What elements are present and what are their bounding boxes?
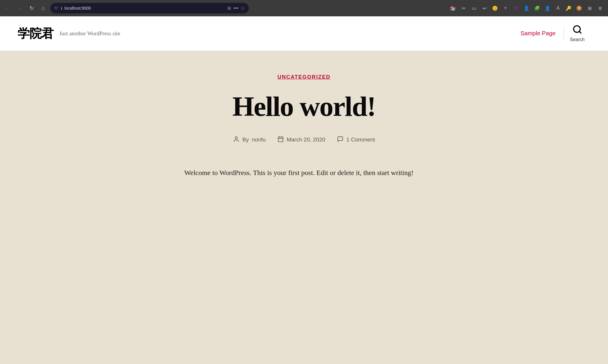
cookie-icon: 🍪 xyxy=(576,6,582,11)
emoji-icon: 😊 xyxy=(492,6,498,11)
bookmark-icon[interactable]: ☆ xyxy=(241,6,245,11)
extensions-icon: 🧩 xyxy=(534,6,540,11)
post-meta: By nonfu March 20, 2020 xyxy=(184,136,424,144)
site-main: UNCATEGORIZED Hello world! By nonfu xyxy=(0,51,608,364)
svg-point-2 xyxy=(235,137,237,139)
svg-rect-3 xyxy=(278,137,283,142)
site-wrapper: 学院君 Just another WordPress site Sample P… xyxy=(0,16,608,364)
home-button[interactable]: ⌂ xyxy=(39,4,48,13)
toolbar-right: 📚 ✂ ▭ ↩ 😊 ▼ N 👤 🧩 👤 A xyxy=(449,4,604,13)
menu-button[interactable]: ≡ xyxy=(596,4,604,13)
reader-button[interactable]: ▭ xyxy=(470,4,478,13)
emoji-button[interactable]: 😊 xyxy=(491,4,499,13)
password-manager-icon: 🔑 xyxy=(566,6,571,11)
cookie-button[interactable]: 🍪 xyxy=(575,4,583,13)
more-options-icon[interactable]: ••• xyxy=(233,6,238,11)
screenshot-icon: ✂ xyxy=(462,6,465,11)
post-body-text: Welcome to WordPress. This is your first… xyxy=(184,167,424,179)
translate-icon: A xyxy=(557,6,560,11)
pocket-icon: ▼ xyxy=(503,6,508,11)
apps-button[interactable]: ⊞ xyxy=(585,4,594,13)
site-tagline: Just another WordPress site xyxy=(59,30,120,37)
post-comments-meta: 1 Comment xyxy=(337,136,375,144)
pocket-button[interactable]: ▼ xyxy=(501,4,510,13)
post-date-meta: March 20, 2020 xyxy=(277,136,325,144)
site-navigation: Sample Page Search xyxy=(512,24,590,42)
password-button[interactable]: 🔑 xyxy=(564,4,573,13)
account-icon: 👤 xyxy=(545,6,550,11)
reload-button[interactable]: ↻ xyxy=(27,4,36,13)
site-header: 学院君 Just another WordPress site Sample P… xyxy=(0,16,608,51)
post-container: UNCATEGORIZED Hello world! By nonfu xyxy=(173,74,435,178)
search-button[interactable]: Search xyxy=(564,24,590,42)
post-content: Welcome to WordPress. This is your first… xyxy=(184,167,424,179)
post-author-meta: By nonfu xyxy=(233,136,266,144)
translate-button[interactable]: A xyxy=(554,4,562,13)
comments-link[interactable]: 1 Comment xyxy=(346,136,375,143)
search-label: Search xyxy=(570,37,585,42)
extensions-button[interactable]: 🧩 xyxy=(533,4,541,13)
site-logo[interactable]: 学院君 xyxy=(18,25,53,42)
qr-icon[interactable]: ⊞ xyxy=(227,6,231,10)
library-button[interactable]: 📚 xyxy=(449,4,457,13)
author-link[interactable]: nonfu xyxy=(252,136,266,143)
shield-icon: 🛡 xyxy=(54,6,58,10)
post-title: Hello world! xyxy=(184,92,424,121)
author-prefix: By xyxy=(242,136,249,143)
post-date[interactable]: March 20, 2020 xyxy=(287,136,325,143)
account-button[interactable]: 👤 xyxy=(543,4,552,13)
reader-icon: ▭ xyxy=(472,6,476,11)
undo-button[interactable]: ↩ xyxy=(480,4,489,13)
onenote-button[interactable]: N xyxy=(512,4,520,13)
site-brand: 学院君 Just another WordPress site xyxy=(18,25,120,42)
lock-icon: ℹ xyxy=(61,6,62,10)
sample-page-link[interactable]: Sample Page xyxy=(512,30,564,37)
url-text: localhost:8000 xyxy=(65,6,225,10)
post-category: UNCATEGORIZED xyxy=(184,74,424,80)
author-icon xyxy=(233,136,239,144)
svg-line-1 xyxy=(579,32,581,33)
library-icon: 📚 xyxy=(450,6,456,11)
browser-chrome: ← → ↻ ⌂ 🛡 ℹ localhost:8000 ⊞ ••• ☆ 📚 ✂ ▭… xyxy=(0,0,608,16)
profile-button[interactable]: 👤 xyxy=(522,4,531,13)
apps-grid-icon: ⊞ xyxy=(588,6,592,11)
hamburger-icon: ≡ xyxy=(598,5,602,12)
calendar-icon xyxy=(277,136,284,144)
profile-icon: 👤 xyxy=(524,6,529,11)
comment-icon xyxy=(337,136,343,144)
onenote-icon: N xyxy=(514,5,518,11)
back-button[interactable]: ← xyxy=(4,4,13,13)
search-icon xyxy=(572,24,582,36)
forward-button[interactable]: → xyxy=(15,4,25,13)
undo-icon: ↩ xyxy=(483,6,487,11)
address-bar[interactable]: 🛡 ℹ localhost:8000 ⊞ ••• ☆ xyxy=(50,3,249,13)
category-link[interactable]: UNCATEGORIZED xyxy=(277,74,331,80)
screenshot-button[interactable]: ✂ xyxy=(459,4,468,13)
